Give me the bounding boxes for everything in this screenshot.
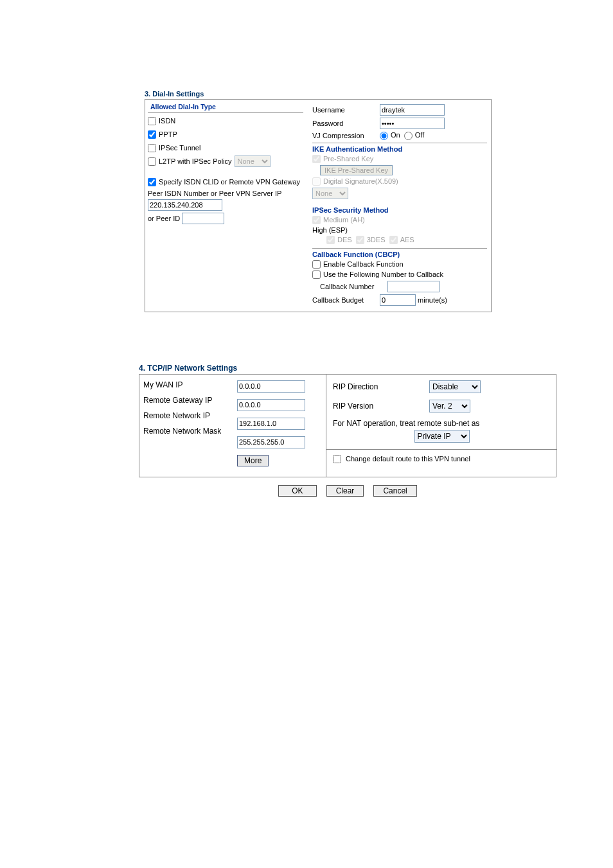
aes-label: AES [400,236,414,244]
des-checkbox [326,236,335,244]
l2tp-label: L2TP with IPSec Policy [159,157,232,165]
enable-callback-label: Enable Callback Function [323,260,404,268]
more-button[interactable]: More [237,455,269,466]
specify-clid-label: Specify ISDN CLID or Remote VPN Gateway [159,178,300,186]
callback-budget-label: Callback Budget [312,296,380,304]
remote-gateway-label: Remote Gateway IP [143,396,212,405]
nat-text: For NAT operation, treat remote sub-net … [333,419,479,428]
username-input[interactable] [380,104,445,116]
vj-off-label: Off [415,131,424,139]
psk-label: Pre-Shared Key [323,155,373,163]
pptp-checkbox[interactable] [148,130,156,139]
l2tp-policy-select: None [235,155,271,167]
cbcp-header: Callback Function (CBCP) [312,248,487,258]
username-label: Username [312,106,380,114]
specify-clid-checkbox[interactable] [148,178,156,186]
dsig-label: Digital Signature(X.509) [323,177,398,185]
rip-version-label: RIP Version [333,402,429,411]
medium-ah-checkbox [312,216,321,224]
callback-number-input[interactable] [387,281,440,292]
vj-label: VJ Compression [312,132,380,139]
my-wan-ip-input[interactable] [237,380,305,393]
ipsec-sec-header: IPSec Security Method [312,206,487,214]
l2tp-checkbox[interactable] [148,157,156,166]
remote-network-mask-input[interactable] [237,436,305,448]
dialin-settings-box: Allowed Dial-In Type ISDN PPTP IPSec Tun… [145,99,492,312]
isdn-label: ISDN [159,117,175,125]
rip-version-select[interactable]: Ver. 2 [429,400,470,412]
peer-label: Peer ISDN Number or Peer VPN Server IP [148,190,281,197]
remote-network-ip-label: Remote Network IP [143,411,210,420]
change-default-route-checkbox[interactable] [333,455,341,463]
callback-budget-unit: minute(s) [418,296,447,304]
dsig-checkbox [312,177,321,186]
ok-button[interactable]: OK [278,485,316,497]
tcpip-settings-box: My WAN IP Remote Gateway IP Remote Netwo… [139,374,556,477]
psk-button: IKE Pre-Shared Key [320,165,393,175]
high-esp-label: High (ESP) [312,226,348,234]
peer-id-input[interactable] [182,213,224,224]
nat-select[interactable]: Private IP [414,430,470,443]
vj-on-label: On [391,131,400,139]
change-default-route-label: Change default route to this VPN tunnel [346,455,470,463]
section3-title: 3. Dial-In Settings [145,90,492,98]
dsig-select: None [312,188,348,199]
isdn-checkbox[interactable] [148,117,156,125]
enable-callback-checkbox[interactable] [312,260,321,269]
ike-auth-header: IKE Authentication Method [312,143,487,153]
ipsec-tunnel-checkbox[interactable] [148,144,156,152]
my-wan-ip-label: My WAN IP [143,380,183,389]
or-peer-id-label: or Peer ID [148,215,180,222]
rip-direction-label: RIP Direction [333,382,429,391]
allowed-dialin-header: Allowed Dial-In Type [148,101,303,113]
peer-ip-input[interactable] [148,199,222,211]
remote-gateway-input[interactable] [237,399,305,411]
rip-direction-select[interactable]: Disable [429,380,481,393]
medium-ah-label: Medium (AH) [323,216,365,224]
use-following-number-checkbox[interactable] [312,270,321,279]
psk-checkbox [312,155,321,163]
password-label: Password [312,120,380,127]
section4-title: 4. TCP/IP Network Settings [139,364,556,373]
remote-network-ip-input[interactable] [237,418,305,430]
aes-checkbox [389,236,398,244]
vj-off-radio[interactable] [404,132,413,140]
3des-checkbox [356,236,364,244]
use-following-number-label: Use the Following Number to Callback [323,270,443,278]
pptp-label: PPTP [159,130,177,138]
cancel-button[interactable]: Cancel [373,485,416,497]
callback-budget-input[interactable] [380,294,416,306]
password-input[interactable] [380,118,445,129]
3des-label: 3DES [367,236,386,244]
vj-on-radio[interactable] [380,132,388,140]
remote-network-mask-label: Remote Network Mask [143,427,221,436]
ipsec-tunnel-label: IPSec Tunnel [159,144,200,152]
clear-button[interactable]: Clear [326,485,364,497]
des-label: DES [337,236,352,244]
callback-number-label: Callback Number [320,283,387,290]
